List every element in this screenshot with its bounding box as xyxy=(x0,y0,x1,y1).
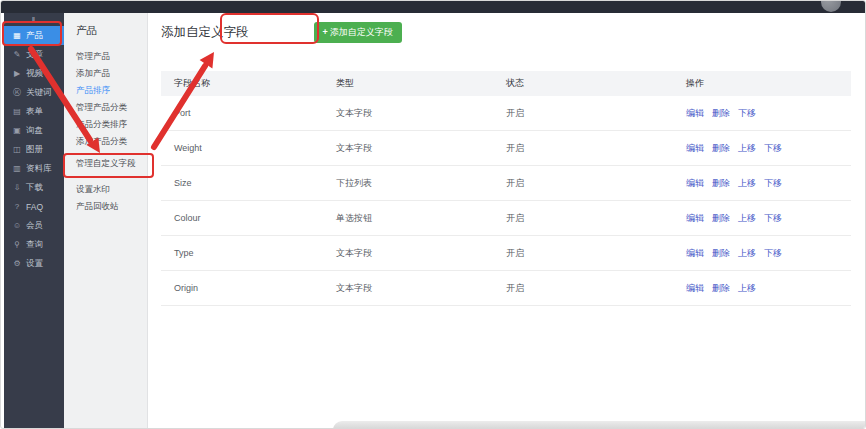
move-up-link[interactable]: 上移 xyxy=(738,247,756,260)
submenu-item-manage-categories[interactable]: 管理产品分类 xyxy=(64,99,147,116)
submenu-item-product-sort[interactable]: 产品排序 xyxy=(64,82,147,99)
field-status-cell: 开启 xyxy=(506,282,686,295)
sidebar-item-label: 表单 xyxy=(26,106,43,118)
field-name-cell: Origin xyxy=(161,283,336,293)
edit-link[interactable]: 编辑 xyxy=(686,142,704,155)
edit-link[interactable]: 编辑 xyxy=(686,212,704,225)
field-name-cell: Colour xyxy=(161,213,336,223)
move-down-link[interactable]: 下移 xyxy=(764,212,782,225)
table-header-type: 类型 xyxy=(336,77,506,90)
sidebar-item-label: 查询 xyxy=(26,239,43,251)
table-row: Size下拉列表开启编辑删除上移下移 xyxy=(161,166,851,201)
move-up-link[interactable]: 上移 xyxy=(738,177,756,190)
edit-link[interactable]: 编辑 xyxy=(686,282,704,295)
submenu-title: 产品 xyxy=(64,13,147,48)
top-bar xyxy=(1,1,866,13)
submenu-item-add-category[interactable]: 添加产品分类 xyxy=(64,133,147,150)
delete-link[interactable]: 删除 xyxy=(712,282,730,295)
field-actions-cell: 编辑删除上移下移 xyxy=(686,142,851,155)
sidebar-item-settings[interactable]: ⚙设置 xyxy=(4,254,64,273)
field-type-cell: 下拉列表 xyxy=(336,177,506,190)
table-header-row: 字段名称类型状态操作 xyxy=(161,71,851,96)
table-row: Port文本字段开启编辑删除下移 xyxy=(161,96,851,131)
submenu-item-manage-custom-fields[interactable]: 管理自定义字段 xyxy=(64,152,147,176)
sidebar-item-label: 资料库 xyxy=(26,163,52,175)
field-actions-cell: 编辑删除上移下移 xyxy=(686,212,851,225)
field-actions-cell: 编辑删除上移下移 xyxy=(686,177,851,190)
sidebar-item-faq[interactable]: ?FAQ xyxy=(4,197,64,216)
sidebar-collapse-icon[interactable]: ‖ xyxy=(4,13,64,26)
edit-link[interactable]: 编辑 xyxy=(686,247,704,260)
delete-link[interactable]: 删除 xyxy=(712,212,730,225)
move-down-link[interactable]: 下移 xyxy=(764,142,782,155)
library-icon: ▥ xyxy=(11,164,23,173)
edit-link[interactable]: 编辑 xyxy=(686,177,704,190)
sidebar-item-articles[interactable]: ✎文章 xyxy=(4,45,64,64)
field-actions-cell: 编辑删除上移 xyxy=(686,282,851,295)
sidebar-item-search[interactable]: ⚲查询 xyxy=(4,235,64,254)
delete-link[interactable]: 删除 xyxy=(712,142,730,155)
delete-link[interactable]: 删除 xyxy=(712,247,730,260)
edit-link[interactable]: 编辑 xyxy=(686,107,704,120)
move-up-link[interactable]: 上移 xyxy=(738,212,756,225)
main-sidebar: ‖ ▦产品✎文章▶视频Ⓚ关键词▤表单▣询盘◫图册▥资料库⇩下载?FAQ☺会员⚲查… xyxy=(4,13,64,429)
field-status-cell: 开启 xyxy=(506,107,686,120)
move-up-link[interactable]: 上移 xyxy=(738,142,756,155)
search-icon: ⚲ xyxy=(11,240,23,249)
submenu-item-add-product[interactable]: 添加产品 xyxy=(64,65,147,82)
move-down-link[interactable]: 下移 xyxy=(764,247,782,260)
download-icon: ⇩ xyxy=(11,183,23,192)
add-custom-field-button[interactable]: +添加自定义字段 xyxy=(314,22,402,43)
sidebar-item-products[interactable]: ▦产品 xyxy=(4,26,64,45)
user-avatar[interactable] xyxy=(821,0,841,12)
field-status-cell: 开启 xyxy=(506,247,686,260)
keyword-icon: Ⓚ xyxy=(11,87,23,98)
submenu-item-category-sort[interactable]: 产品分类排序 xyxy=(64,116,147,133)
plus-icon: + xyxy=(323,27,328,37)
sidebar-item-gallery[interactable]: ◫图册 xyxy=(4,140,64,159)
sidebar-item-downloads[interactable]: ⇩下载 xyxy=(4,178,64,197)
form-icon: ▤ xyxy=(11,107,23,116)
table-row: Weight文本字段开启编辑删除上移下移 xyxy=(161,131,851,166)
sidebar-item-videos[interactable]: ▶视频 xyxy=(4,64,64,83)
field-name-cell: Type xyxy=(161,248,336,258)
field-name-cell: Port xyxy=(161,108,336,118)
submenu-item-manage-products[interactable]: 管理产品 xyxy=(64,48,147,65)
main-content: 添加自定义字段 +添加自定义字段 字段名称类型状态操作 Port文本字段开启编辑… xyxy=(148,13,866,429)
table-header-actions: 操作 xyxy=(686,77,851,90)
sidebar-item-label: 下载 xyxy=(26,182,43,194)
gear-icon: ⚙ xyxy=(11,259,23,268)
sidebar-item-label: 图册 xyxy=(26,144,43,156)
move-down-link[interactable]: 下移 xyxy=(764,177,782,190)
sidebar-item-label: 会员 xyxy=(26,220,43,232)
field-actions-cell: 编辑删除下移 xyxy=(686,107,851,120)
submenu-item-recycle-bin[interactable]: 产品回收站 xyxy=(64,198,147,215)
field-type-cell: 文本字段 xyxy=(336,247,506,260)
table-row: Colour单选按钮开启编辑删除上移下移 xyxy=(161,201,851,236)
delete-link[interactable]: 删除 xyxy=(712,107,730,120)
field-status-cell: 开启 xyxy=(506,177,686,190)
inquiry-icon: ▣ xyxy=(11,126,23,135)
submenu-item-watermark[interactable]: 设置水印 xyxy=(64,181,147,198)
sidebar-item-library[interactable]: ▥资料库 xyxy=(4,159,64,178)
custom-fields-table: 字段名称类型状态操作 Port文本字段开启编辑删除下移Weight文本字段开启编… xyxy=(161,71,851,306)
sidebar-item-keywords[interactable]: Ⓚ关键词 xyxy=(4,83,64,102)
move-down-link[interactable]: 下移 xyxy=(738,107,756,120)
field-name-cell: Size xyxy=(161,178,336,188)
delete-link[interactable]: 删除 xyxy=(712,177,730,190)
field-type-cell: 文本字段 xyxy=(336,142,506,155)
sidebar-item-label: 设置 xyxy=(26,258,43,270)
field-status-cell: 开启 xyxy=(506,142,686,155)
table-row: Type文本字段开启编辑删除上移下移 xyxy=(161,236,851,271)
field-name-cell: Weight xyxy=(161,143,336,153)
move-up-link[interactable]: 上移 xyxy=(738,282,756,295)
sidebar-item-inquiries[interactable]: ▣询盘 xyxy=(4,121,64,140)
field-actions-cell: 编辑删除上移下移 xyxy=(686,247,851,260)
window-bottom-shadow xyxy=(333,421,866,429)
sidebar-item-members[interactable]: ☺会员 xyxy=(4,216,64,235)
table-row: Origin文本字段开启编辑删除上移 xyxy=(161,271,851,306)
table-header-status: 状态 xyxy=(506,77,686,90)
main-header: 添加自定义字段 +添加自定义字段 xyxy=(161,22,402,43)
sidebar-item-label: 视频 xyxy=(26,68,43,80)
sidebar-item-forms[interactable]: ▤表单 xyxy=(4,102,64,121)
